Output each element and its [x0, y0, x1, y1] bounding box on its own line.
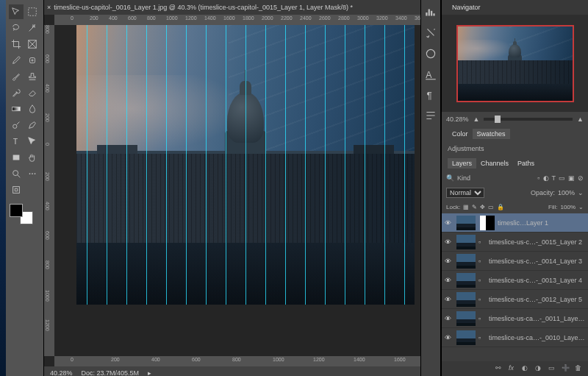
brush-settings-icon[interactable]	[424, 26, 437, 40]
tool-rectangle[interactable]	[9, 150, 24, 165]
layer-visibility-icon[interactable]: 👁	[445, 258, 453, 265]
channels-tab[interactable]: Channels	[476, 158, 513, 169]
color-tab[interactable]: Color	[448, 129, 473, 139]
filter-shape-icon[interactable]: ▭	[559, 174, 565, 182]
tool-eyedropper[interactable]	[9, 53, 24, 68]
layer-name[interactable]: timeslice-us-c…-_0013_Layer 4	[489, 277, 585, 284]
layer-name[interactable]: timeslice-us-ca…-_0010_Layer 7	[489, 334, 585, 341]
lock-artboard-icon[interactable]: ▭	[488, 204, 494, 210]
tool-eraser[interactable]	[25, 85, 40, 100]
adjustment-layer-icon[interactable]: ◑	[535, 364, 544, 373]
layer-row[interactable]: 👁▫timeslice-us-c…-_0013_Layer 4	[442, 271, 588, 290]
tool-pen[interactable]	[25, 118, 40, 132]
layer-name[interactable]: timeslice-us-c…-_0014_Layer 3	[489, 258, 585, 265]
layer-row[interactable]: 👁▫timeslice-us-c…-_0014_Layer 3	[442, 252, 588, 271]
opacity-dropdown-icon[interactable]: ⌄	[578, 189, 584, 196]
opacity-value[interactable]: 100%	[558, 189, 575, 196]
ruler-horizontal-bottom[interactable]: 02004006008001000120014001600	[54, 356, 441, 366]
tool-move[interactable]	[9, 4, 24, 19]
layer-name[interactable]: timeslic…Layer 1	[498, 219, 585, 227]
layer-visibility-icon[interactable]: 👁	[445, 296, 453, 303]
status-zoom[interactable]: 40.28%	[50, 369, 73, 376]
layer-visibility-icon[interactable]: 👁	[445, 219, 453, 227]
paragraph-icon[interactable]: ¶	[424, 88, 437, 102]
tool-zoom[interactable]	[9, 166, 24, 181]
tool-wand[interactable]	[25, 21, 40, 35]
layer-mask-thumbnail[interactable]	[480, 216, 495, 230]
tool-gradient[interactable]	[9, 102, 24, 116]
adjustments-panel-tab[interactable]: Adjustments	[442, 141, 588, 156]
layer-visibility-icon[interactable]: 👁	[445, 334, 453, 341]
layers-tab[interactable]: Layers	[448, 158, 476, 169]
layer-thumbnail[interactable]	[456, 292, 476, 307]
navigator-thumbnail[interactable]	[456, 25, 574, 102]
layer-thumbnail[interactable]	[456, 216, 476, 230]
fill-dropdown-icon[interactable]: ⌄	[578, 204, 584, 210]
tool-crop[interactable]	[9, 37, 24, 52]
color-swatch[interactable]	[9, 203, 34, 225]
paths-tab[interactable]: Paths	[513, 158, 539, 169]
tool-more[interactable]	[25, 166, 40, 181]
layer-row[interactable]: 👁▫timeslice-us-ca…-_0011_Layer 6	[442, 309, 588, 328]
layer-thumbnail[interactable]	[456, 311, 476, 326]
new-layer-icon[interactable]: ➕	[562, 364, 570, 373]
tool-hand[interactable]	[25, 150, 40, 165]
navigator-zoom-slider[interactable]	[484, 118, 573, 121]
navigator-panel-tab[interactable]: Navigator	[442, 0, 588, 15]
tool-type[interactable]: T	[9, 134, 24, 149]
ruler-horizontal-top[interactable]: 0200400600800100012001400160018002000220…	[54, 15, 441, 25]
search-icon[interactable]: 🔍	[446, 174, 454, 182]
tool-brush[interactable]	[9, 69, 24, 84]
zoom-in-icon[interactable]: ▲	[577, 116, 584, 123]
tab-close-icon[interactable]: ×	[47, 4, 51, 11]
tool-stamp[interactable]	[25, 69, 40, 84]
layer-visibility-icon[interactable]: 👁	[445, 238, 453, 246]
filter-pixel-icon[interactable]: ▫	[537, 174, 539, 182]
filter-type-icon[interactable]: T	[552, 174, 556, 182]
glyphs-icon[interactable]	[424, 109, 437, 122]
layer-row[interactable]: 👁▫timeslice-us-c…-_0015_Layer 2	[442, 233, 588, 252]
lock-all-icon[interactable]: 🔒	[497, 204, 504, 210]
tool-frame[interactable]	[25, 37, 40, 52]
status-arrow-icon[interactable]: ▸	[148, 369, 151, 376]
tool-blur[interactable]	[25, 102, 40, 116]
layer-thumbnail[interactable]	[456, 330, 476, 345]
layer-name[interactable]: timeslice-us-c…-_0012_Layer 5	[489, 296, 585, 303]
layer-row[interactable]: 👁timeslic…Layer 1	[442, 213, 588, 233]
zoom-out-icon[interactable]: ▲	[473, 116, 480, 123]
blend-mode-select[interactable]: Normal	[446, 188, 484, 198]
layer-visibility-icon[interactable]: 👁	[445, 315, 453, 322]
layer-list[interactable]: 👁timeslic…Layer 1👁▫timeslice-us-c…-_0015…	[442, 213, 588, 361]
tool-lasso[interactable]	[9, 21, 24, 35]
tool-edit-toolbar[interactable]	[9, 182, 24, 197]
delete-layer-icon[interactable]: 🗑	[575, 364, 584, 373]
ruler-vertical[interactable]: 800600400200020040060080010001200	[44, 25, 54, 356]
layer-filter-kind[interactable]: Kind	[457, 174, 534, 182]
layer-name[interactable]: timeslice-us-ca…-_0011_Layer 6	[489, 315, 585, 322]
tool-history-brush[interactable]	[9, 85, 24, 100]
layer-visibility-icon[interactable]: 👁	[445, 277, 453, 284]
swatches-tab[interactable]: Swatches	[473, 129, 510, 139]
lock-pixels-icon[interactable]: ▦	[463, 204, 469, 210]
status-doc-size[interactable]: Doc: 23.7M/405.5M	[82, 369, 140, 376]
layer-thumbnail[interactable]	[456, 273, 476, 288]
histogram-icon[interactable]	[424, 6, 437, 19]
navigator-body[interactable]	[442, 15, 588, 112]
document-tab-title[interactable]: timeslice-us-capitol-_0016_Layer 1.jpg @…	[54, 4, 353, 11]
character-icon[interactable]: A	[424, 68, 437, 81]
tool-heal[interactable]	[25, 53, 40, 68]
layer-group-icon[interactable]: ▭	[548, 364, 557, 373]
canvas[interactable]	[54, 25, 441, 356]
filter-smart-icon[interactable]: ▣	[568, 174, 575, 182]
layer-name[interactable]: timeslice-us-c…-_0015_Layer 2	[489, 238, 585, 246]
layer-thumbnail[interactable]	[456, 254, 476, 269]
layer-row[interactable]: 👁▫timeslice-us-c…-_0012_Layer 5	[442, 290, 588, 309]
lock-position-icon[interactable]: ✥	[480, 204, 485, 210]
tool-dodge[interactable]	[9, 118, 24, 132]
fill-value[interactable]: 100%	[561, 204, 576, 210]
navigator-zoom-value[interactable]: 40.28%	[446, 116, 469, 123]
filter-adjust-icon[interactable]: ◐	[543, 174, 549, 182]
lock-brush-icon[interactable]: ✎	[472, 204, 477, 210]
layer-row[interactable]: 👁▫timeslice-us-ca…-_0010_Layer 7	[442, 328, 588, 347]
foreground-color[interactable]	[10, 204, 23, 217]
